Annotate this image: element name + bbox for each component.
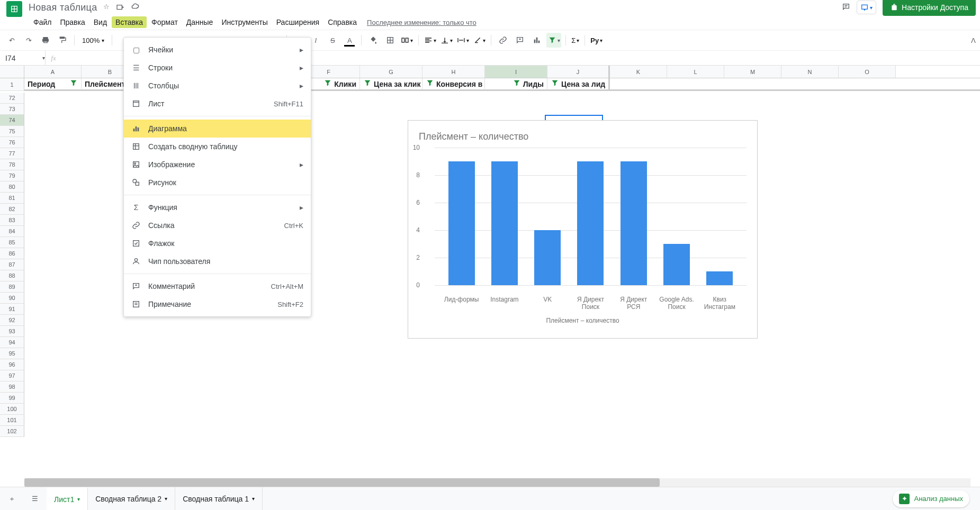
sheet-tab[interactable]: Сводная таблица 1▾	[175, 487, 263, 510]
link-button[interactable]	[496, 33, 510, 48]
menu-image[interactable]: Изображение▸	[124, 156, 311, 174]
row-header[interactable]: 96	[0, 359, 24, 370]
menu-chart[interactable]: Диаграмма	[124, 120, 311, 138]
menu-файл[interactable]: Файл	[30, 16, 55, 28]
undo-button[interactable]: ↶	[4, 33, 19, 48]
menu-checkbox[interactable]: Флажок	[124, 234, 311, 252]
menu-function[interactable]: ΣФункция▸	[124, 198, 311, 216]
col-header[interactable]: O	[839, 66, 896, 78]
paint-format-button[interactable]	[55, 33, 70, 48]
menu-вид[interactable]: Вид	[90, 16, 111, 28]
chart-object[interactable]: Плейсмент – количество 0246810 Лид-формы…	[408, 120, 758, 339]
cloud-icon[interactable]	[131, 3, 139, 13]
halign-button[interactable]: ▾	[423, 36, 437, 44]
row-header[interactable]: 79	[0, 170, 24, 181]
menu-rows[interactable]: ☰Строки▸	[124, 59, 311, 77]
filter-icon[interactable]	[426, 79, 434, 89]
row-header[interactable]: 88	[0, 270, 24, 281]
menu-cols[interactable]: Столбцы▸	[124, 77, 311, 95]
col-header[interactable]: A	[24, 66, 82, 78]
present-button[interactable]: ▾	[857, 1, 876, 14]
row-header[interactable]: 91	[0, 304, 24, 315]
col-header[interactable]: H	[422, 66, 485, 78]
bar[interactable]	[534, 230, 561, 285]
col-header[interactable]: G	[360, 66, 422, 78]
menu-drawing[interactable]: Рисунок	[124, 174, 311, 192]
col-header[interactable]: L	[667, 66, 724, 78]
row-header[interactable]: 82	[0, 204, 24, 215]
collapse-toolbar-icon[interactable]: ᐱ	[971, 37, 976, 44]
share-button[interactable]: Настройки Доступа	[883, 0, 976, 16]
sheets-logo[interactable]	[6, 1, 22, 17]
col-header[interactable]: K	[610, 66, 667, 78]
last-edit[interactable]: Последнее изменение: только что	[367, 19, 476, 26]
comment-button[interactable]	[513, 33, 527, 48]
row-header[interactable]: 93	[0, 326, 24, 337]
menu-pivot[interactable]: Создать сводную таблицу	[124, 138, 311, 156]
col-header[interactable]: N	[781, 66, 839, 78]
row-header[interactable]: 99	[0, 393, 24, 404]
row-header[interactable]: 90	[0, 293, 24, 304]
row-header[interactable]: 74	[0, 115, 24, 126]
sheet-tab[interactable]: Лист1▾	[47, 487, 88, 510]
filter-button[interactable]: ▾	[546, 33, 561, 48]
row-header[interactable]: 85	[0, 237, 24, 248]
borders-button[interactable]	[383, 33, 398, 48]
sheet-tab[interactable]: Сводная таблица 2▾	[88, 487, 175, 510]
menu-справка[interactable]: Справка	[324, 16, 361, 28]
menu-note[interactable]: ПримечаниеShift+F2	[124, 295, 311, 313]
redo-button[interactable]: ↷	[21, 33, 36, 48]
row-header[interactable]: 83	[0, 215, 24, 226]
menu-chip[interactable]: Чип пользователя	[124, 252, 311, 270]
row-header[interactable]: 1	[0, 78, 24, 91]
menu-вставка[interactable]: Вставка	[112, 16, 147, 28]
filter-icon[interactable]	[551, 79, 559, 89]
menu-comment[interactable]: КомментарийCtrl+Alt+M	[124, 277, 311, 295]
comments-icon[interactable]	[842, 3, 850, 13]
bar[interactable]	[491, 161, 518, 285]
row-header[interactable]: 94	[0, 337, 24, 348]
filter-icon[interactable]	[323, 79, 332, 89]
menu-расширения[interactable]: Расширения	[273, 16, 323, 28]
row-header[interactable]: 92	[0, 315, 24, 326]
menu-формат[interactable]: Формат	[148, 16, 182, 28]
fill-color-button[interactable]	[366, 33, 381, 48]
row-header[interactable]: 97	[0, 370, 24, 381]
text-color-button[interactable]: A	[342, 33, 357, 48]
filter-icon[interactable]	[69, 79, 78, 89]
menu-правка[interactable]: Правка	[56, 16, 88, 28]
filter-icon[interactable]	[363, 79, 372, 89]
analyze-data-button[interactable]: ✦ Анализ данных	[893, 490, 969, 507]
document-name[interactable]: Новая таблица	[29, 2, 97, 13]
filter-icon[interactable]	[513, 79, 521, 89]
menu-данные[interactable]: Данные	[183, 16, 217, 28]
all-sheets-button[interactable]: ☰	[23, 487, 47, 510]
horizontal-scrollbar[interactable]	[24, 478, 970, 487]
row-header[interactable]: 81	[0, 193, 24, 204]
row-header[interactable]: 75	[0, 126, 24, 137]
row-header[interactable]: 100	[0, 404, 24, 415]
valign-button[interactable]: ▾	[439, 36, 454, 44]
row-header[interactable]: 76	[0, 137, 24, 148]
print-button[interactable]	[38, 33, 53, 48]
row-header[interactable]: 80	[0, 181, 24, 193]
merge-cells-button[interactable]: ▾	[400, 36, 414, 44]
row-header[interactable]: 84	[0, 226, 24, 237]
row-header[interactable]: 101	[0, 415, 24, 426]
row-header[interactable]: 87	[0, 259, 24, 270]
row-header[interactable]: 77	[0, 148, 24, 159]
bar[interactable]	[663, 244, 690, 285]
bar[interactable]	[577, 161, 604, 285]
move-icon[interactable]	[116, 3, 124, 13]
menu-sheet[interactable]: ЛистShift+F11	[124, 95, 311, 113]
row-header[interactable]: 78	[0, 159, 24, 170]
insert-chart-button[interactable]	[529, 33, 544, 48]
menu-инструменты[interactable]: Инструменты	[218, 16, 271, 28]
row-header[interactable]: 98	[0, 381, 24, 393]
select-all-corner[interactable]	[0, 66, 24, 78]
bar[interactable]	[706, 271, 733, 285]
functions-button[interactable]: Σ▾	[570, 37, 580, 44]
col-header[interactable]: M	[724, 66, 781, 78]
addons-button[interactable]: Ру▾	[589, 37, 604, 44]
col-header[interactable]: I	[485, 66, 547, 78]
